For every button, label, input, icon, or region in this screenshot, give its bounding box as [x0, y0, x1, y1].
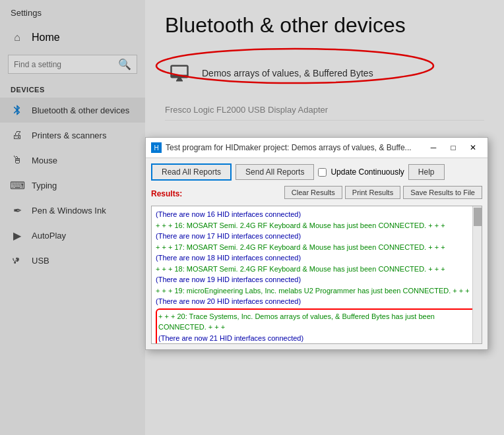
help-button[interactable]: Help	[408, 164, 445, 180]
clear-results-button[interactable]: Clear Results	[284, 186, 342, 199]
scrollbar-thumb[interactable]	[474, 208, 482, 226]
read-all-reports-button[interactable]: Read All Reports	[151, 163, 232, 181]
results-label: Results:	[151, 188, 182, 201]
results-line: (There are now 17 HID interfaces connect…	[156, 231, 478, 242]
modal-window-controls: ─ □ ✕	[424, 141, 482, 154]
results-line: (There are now 19 HID interfaces connect…	[156, 274, 478, 285]
results-area[interactable]: (There are now 16 HID interfaces connect…	[151, 206, 482, 344]
results-line: + + + 16: MOSART Semi. 2.4G RF Keyboard …	[156, 220, 478, 231]
update-continuously-checkbox[interactable]	[318, 168, 327, 177]
print-results-button[interactable]: Print Results	[345, 186, 400, 199]
modal-body: Read All Reports Send All Reports Update…	[146, 158, 488, 349]
modal-toolbar-row1: Read All Reports Send All Reports Update…	[151, 163, 482, 181]
results-line: (There are now 21 HID interfaces connect…	[158, 333, 475, 344]
modal-maximize-button[interactable]: □	[444, 141, 462, 154]
modal-titlebar: H Test program for HIDmaker project: Dem…	[146, 138, 488, 158]
modal-window: H Test program for HIDmaker project: Dem…	[145, 137, 488, 350]
results-line: (There are now 18 HID interfaces connect…	[156, 252, 478, 264]
results-line: + + + 20: Trace Systems, Inc. Demos arra…	[158, 343, 475, 344]
results-toolbar: Clear Results Print Results Save Results…	[284, 186, 482, 199]
modal-minimize-button[interactable]: ─	[424, 141, 443, 154]
modal-app-icon: H	[151, 142, 162, 153]
scrollbar[interactable]	[472, 206, 482, 343]
results-highlighted-box: + + + 20: Trace Systems, Inc. Demos arra…	[156, 308, 478, 345]
update-continuously-label: Update Continuously	[331, 167, 404, 177]
results-line: + + + 18: MOSART Semi. 2.4G RF Keyboard …	[156, 264, 478, 275]
results-line: + + + 17: MOSART Semi. 2.4G RF Keyboard …	[156, 242, 478, 253]
send-all-reports-button[interactable]: Send All Reports	[236, 164, 314, 180]
save-results-button[interactable]: Save Results to File	[403, 186, 482, 199]
results-line: (There are now 20 HID interfaces connect…	[156, 296, 478, 307]
update-continuously-checkbox-row: Update Continuously	[318, 167, 404, 177]
results-line: + + + 19: microEngineering Labs, Inc. me…	[156, 285, 478, 297]
modal-title: Test program for HIDmaker project: Demos…	[166, 143, 420, 152]
results-line: + + + 20: Trace Systems, Inc. Demos arra…	[158, 311, 475, 333]
results-line: (There are now 16 HID interfaces connect…	[156, 209, 478, 220]
modal-close-button[interactable]: ✕	[464, 141, 482, 154]
